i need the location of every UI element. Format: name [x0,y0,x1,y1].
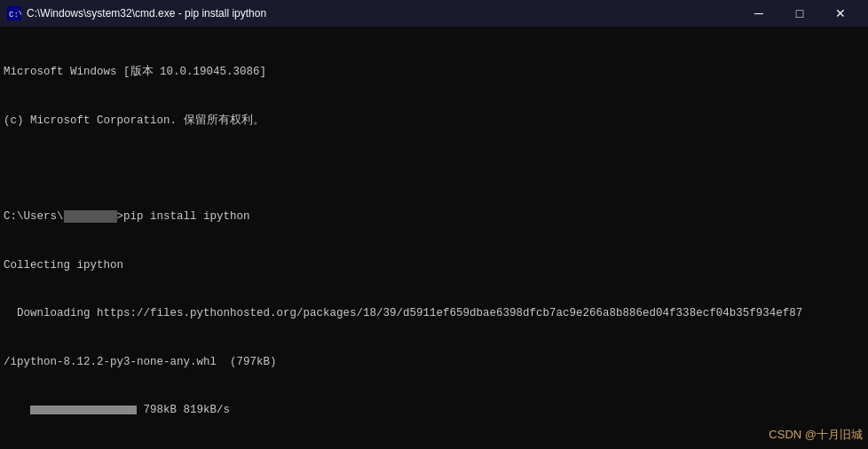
close-button[interactable]: ✕ [820,0,861,27]
line-1: Microsoft Windows [版本 10.0.19045.3086] [4,64,864,80]
line-collecting-ipython: Collecting ipython [4,257,864,273]
watermark: CSDN @十月旧城 [769,427,863,444]
svg-text:C:\: C:\ [9,11,21,20]
title-command: pip install ipython [185,7,266,20]
line-prompt: C:\Users\ >pip install ipython [4,209,864,224]
progress-bar-1 [30,406,137,414]
minimize-button[interactable]: ─ [738,0,779,27]
line-dl-ipython: Downloading https://files.pythonhosted.o… [4,305,864,321]
terminal-output[interactable]: Microsoft Windows [版本 10.0.19045.3086] (… [0,27,868,449]
title-bar-controls: ─ □ ✕ [738,0,861,27]
title-path: C:\Windows\system32\cmd.exe [27,7,175,20]
line-blank-1 [4,161,864,177]
title-bar-text: C:\Windows\system32\cmd.exe - pip instal… [27,7,738,20]
window: C:\ C:\Windows\system32\cmd.exe - pip in… [0,0,868,449]
maximize-button[interactable]: □ [779,0,820,27]
cmd-icon: C:\ [7,6,21,20]
title-separator: - [175,7,185,20]
line-progress-1: 798kB 819kB/s [4,402,864,418]
line-2: (c) Microsoft Corporation. 保留所有权利。 [4,113,864,129]
line-ipython-whl: /ipython-8.12.2-py3-none-any.whl (797kB) [4,354,864,370]
title-bar: C:\ C:\Windows\system32\cmd.exe - pip in… [0,0,868,27]
